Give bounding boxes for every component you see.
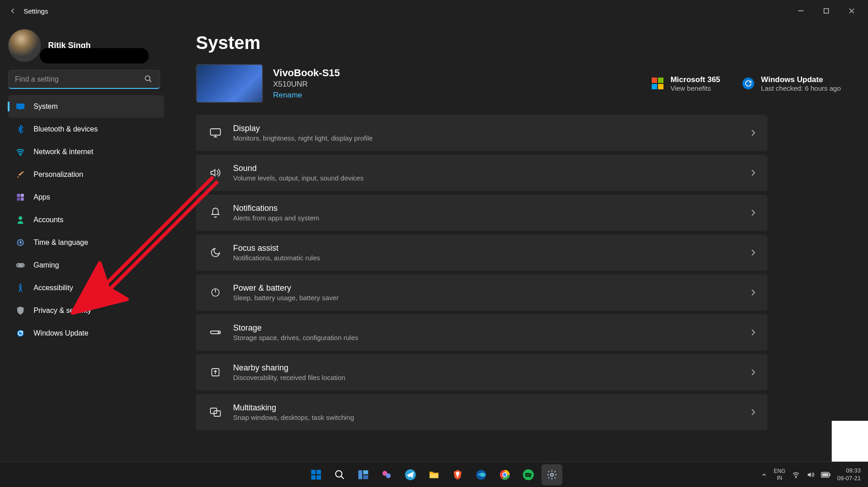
chevron-right-icon bbox=[751, 369, 756, 376]
taskbar-task-view[interactable] bbox=[353, 464, 374, 485]
search-input[interactable] bbox=[8, 70, 160, 89]
sidebar-item-apps[interactable]: Apps bbox=[8, 186, 164, 209]
accessibility-icon bbox=[15, 283, 25, 293]
moon-icon bbox=[208, 245, 223, 260]
close-button[interactable] bbox=[839, 2, 864, 20]
windows-update-link[interactable]: Windows Update Last checked: 6 hours ago bbox=[742, 75, 841, 92]
redacted-email bbox=[40, 48, 149, 63]
chevron-right-icon bbox=[751, 329, 756, 336]
svg-point-40 bbox=[551, 473, 553, 476]
taskbar-search[interactable] bbox=[329, 464, 350, 485]
titlebar: Settings bbox=[0, 0, 868, 22]
card-focus-assist[interactable]: Focus assist Notifications, automatic ru… bbox=[196, 234, 767, 271]
clock-icon bbox=[15, 238, 25, 248]
card-power[interactable]: Power & battery Sleep, battery usage, ba… bbox=[196, 274, 767, 311]
apps-icon bbox=[15, 192, 25, 202]
lang-bottom: IN bbox=[774, 475, 785, 481]
widgets-icon bbox=[381, 469, 393, 481]
taskbar-chrome[interactable] bbox=[494, 464, 515, 485]
wifi-icon[interactable] bbox=[792, 471, 800, 479]
card-display[interactable]: Display Monitors, brightness, night ligh… bbox=[196, 115, 767, 151]
card-subtitle: Monitors, brightness, night light, displ… bbox=[233, 134, 373, 142]
card-subtitle: Alerts from apps and system bbox=[233, 214, 319, 222]
card-title: Storage bbox=[233, 323, 358, 333]
taskbar-settings[interactable] bbox=[541, 464, 562, 485]
ms365-sub: View benefits bbox=[670, 84, 720, 92]
sidebar-item-label: Accessibility bbox=[34, 284, 73, 292]
shield-icon bbox=[15, 306, 25, 316]
svg-point-14 bbox=[23, 265, 24, 266]
sidebar-item-windows-update[interactable]: Windows Update bbox=[8, 322, 164, 345]
tray-chevron-up-icon[interactable] bbox=[761, 472, 767, 478]
card-title: Sound bbox=[233, 164, 364, 173]
user-block[interactable]: Ritik Singh bbox=[8, 29, 164, 62]
taskbar-widgets[interactable] bbox=[376, 464, 397, 485]
device-name: VivoBook-S15 bbox=[273, 67, 340, 79]
windows-update-icon bbox=[742, 77, 755, 90]
volume-icon[interactable] bbox=[806, 471, 814, 479]
taskbar-file-explorer[interactable] bbox=[424, 464, 444, 485]
sidebar-item-privacy-security[interactable]: Privacy & security bbox=[8, 299, 164, 322]
card-multitask[interactable]: Multitasking Snap windows, desktops, tas… bbox=[196, 394, 767, 430]
telegram-icon bbox=[405, 469, 416, 481]
card-nearby[interactable]: Nearby sharing Discoverability, received… bbox=[196, 354, 767, 390]
svg-rect-0 bbox=[798, 10, 804, 11]
sidebar-item-label: Windows Update bbox=[34, 329, 88, 337]
back-button[interactable] bbox=[4, 2, 22, 20]
window-title: Settings bbox=[24, 7, 48, 15]
edge-icon bbox=[475, 469, 487, 481]
power-icon bbox=[208, 285, 223, 300]
clock-time: 09:33 bbox=[837, 467, 861, 475]
sidebar-item-network-internet[interactable]: Network & internet bbox=[8, 141, 164, 163]
card-notifications[interactable]: Notifications Alerts from apps and syste… bbox=[196, 195, 767, 231]
svg-point-2 bbox=[145, 76, 150, 81]
sidebar-item-label: Gaming bbox=[34, 261, 59, 269]
minimize-button[interactable] bbox=[788, 2, 814, 20]
chevron-right-icon bbox=[751, 209, 756, 216]
card-title: Multitasking bbox=[233, 403, 354, 413]
maximize-icon bbox=[824, 8, 829, 14]
main-content: System VivoBook-S15 X510UNR Rename Micro… bbox=[169, 22, 868, 462]
page-title: System bbox=[196, 33, 841, 53]
rename-link[interactable]: Rename bbox=[273, 91, 340, 100]
sidebar-item-time-language[interactable]: Time & language bbox=[8, 231, 164, 254]
start-button[interactable] bbox=[306, 464, 327, 485]
sidebar-item-bluetooth-devices[interactable]: Bluetooth & devices bbox=[8, 118, 164, 141]
card-subtitle: Discoverability, received files location bbox=[233, 374, 345, 381]
task-view-icon bbox=[357, 469, 369, 481]
chevron-right-icon bbox=[751, 409, 756, 416]
sidebar-item-label: System bbox=[34, 102, 58, 111]
minimize-icon bbox=[798, 8, 804, 14]
language-indicator[interactable]: ENG IN bbox=[774, 468, 785, 481]
maximize-button[interactable] bbox=[814, 2, 839, 20]
sidebar-item-system[interactable]: System bbox=[8, 95, 164, 118]
sidebar-item-accounts[interactable]: Accounts bbox=[8, 209, 164, 231]
clock-date: 09-07-21 bbox=[837, 475, 861, 482]
bell-icon bbox=[208, 205, 223, 220]
device-thumbnail bbox=[196, 64, 263, 103]
sidebar-item-gaming[interactable]: Gaming bbox=[8, 254, 164, 277]
storage-icon bbox=[208, 325, 223, 340]
sidebar-item-personalization[interactable]: Personalization bbox=[8, 163, 164, 186]
search-icon bbox=[144, 75, 152, 83]
sidebar: Ritik Singh System Bluetooth & devices N… bbox=[0, 22, 169, 462]
card-storage[interactable]: Storage Storage space, drives, configura… bbox=[196, 314, 767, 351]
taskbar-telegram[interactable] bbox=[400, 464, 421, 485]
battery-icon[interactable] bbox=[821, 472, 831, 478]
taskbar-edge[interactable] bbox=[471, 464, 492, 485]
taskbar-spotify[interactable] bbox=[518, 464, 539, 485]
clock[interactable]: 09:33 09-07-21 bbox=[837, 467, 861, 482]
spotify-icon bbox=[522, 469, 534, 481]
back-arrow-icon bbox=[9, 7, 17, 15]
svg-point-13 bbox=[22, 264, 23, 265]
sidebar-item-label: Personalization bbox=[34, 170, 83, 179]
microsoft-365-link[interactable]: Microsoft 365 View benefits bbox=[651, 75, 720, 92]
display-icon bbox=[208, 125, 223, 141]
taskbar-brave[interactable] bbox=[447, 464, 468, 485]
chevron-right-icon bbox=[751, 249, 756, 256]
bluetooth-icon bbox=[15, 124, 25, 134]
lang-top: ENG bbox=[774, 468, 785, 474]
sidebar-item-accessibility[interactable]: Accessibility bbox=[8, 277, 164, 299]
multitask-icon bbox=[208, 404, 223, 420]
card-sound[interactable]: Sound Volume levels, output, input, soun… bbox=[196, 155, 767, 191]
